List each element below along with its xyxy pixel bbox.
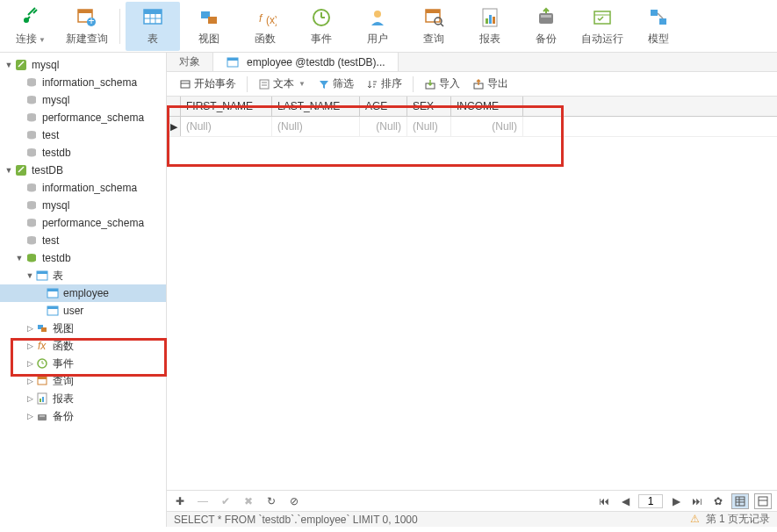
reports-folder[interactable]: ▷报表 — [0, 390, 166, 407]
delete-row-button[interactable]: — — [195, 493, 211, 509]
table-user[interactable]: ▶user — [0, 302, 166, 320]
query-button[interactable]: 查询 — [406, 2, 461, 51]
event-button[interactable]: 事件 — [294, 2, 349, 51]
svg-rect-76 — [736, 497, 745, 506]
table-employee[interactable]: ▶employee — [0, 284, 166, 302]
column-header[interactable]: AGE — [360, 97, 407, 116]
function-button[interactable]: f(x) 函数 — [238, 2, 292, 51]
db-item[interactable]: ▶information_schema — [0, 179, 166, 197]
next-page-button[interactable]: ▶ — [668, 493, 684, 509]
table-icon — [141, 5, 164, 30]
settings-button[interactable]: ✿ — [710, 493, 726, 509]
new-query-button[interactable]: + 新建查询 — [60, 2, 114, 51]
column-header[interactable]: FIRST_NAME — [181, 97, 272, 116]
db-item[interactable]: ▶mysql — [0, 197, 166, 214]
connection-icon — [14, 58, 28, 72]
tab-employee[interactable]: employee @testdb (testDB)... — [213, 53, 399, 71]
add-row-button[interactable]: ✚ — [172, 493, 188, 509]
tab-object[interactable]: 对象 — [167, 53, 213, 71]
page-input[interactable] — [638, 494, 663, 508]
column-header[interactable]: INCOME — [451, 97, 523, 116]
table-button[interactable]: 表 — [126, 2, 180, 51]
svg-rect-66 — [181, 81, 190, 88]
db-item[interactable]: ▶test — [0, 126, 166, 144]
sort-button[interactable]: 排序 — [361, 75, 407, 93]
svg-rect-26 — [539, 13, 553, 24]
grid-cell[interactable]: (Null) — [407, 117, 451, 136]
transaction-icon — [179, 78, 191, 90]
schedule-icon — [591, 5, 614, 30]
cancel-button[interactable]: ✖ — [241, 493, 256, 509]
data-toolbar: 开始事务 文本▼ 筛选 排序 导入 导出 — [167, 72, 777, 97]
refresh-button[interactable]: ↻ — [263, 493, 279, 509]
backup-button[interactable]: 备份 — [519, 2, 573, 51]
queries-folder[interactable]: ▷查询 — [0, 372, 166, 390]
caret-right-icon: ▷ — [25, 394, 35, 403]
stop-button[interactable]: ⊘ — [286, 493, 302, 509]
warning-icon: ⚠ — [690, 513, 700, 525]
views-folder[interactable]: ▷视图 — [0, 320, 166, 337]
svg-rect-61 — [42, 397, 44, 402]
svg-rect-48 — [47, 289, 58, 291]
db-item[interactable]: ▶testdb — [0, 144, 166, 162]
function-icon: fx — [35, 339, 49, 353]
last-page-button[interactable]: ⏭ — [689, 493, 705, 509]
view-button[interactable]: 视图 — [182, 2, 236, 51]
db-item[interactable]: ▶test — [0, 232, 166, 249]
column-header[interactable]: LAST_NAME — [272, 97, 360, 116]
first-page-button[interactable]: ⏮ — [596, 493, 612, 509]
grid-cell[interactable]: (Null) — [360, 117, 407, 136]
events-folder[interactable]: ▷事件 — [0, 355, 166, 372]
import-button[interactable]: 导入 — [419, 75, 465, 93]
model-icon — [647, 5, 670, 30]
view-icon — [198, 5, 220, 30]
db-testdb[interactable]: ▼testdb — [0, 249, 166, 267]
grid-row[interactable]: ▶ (Null) (Null) (Null) (Null) (Null) — [167, 117, 777, 137]
database-icon — [25, 181, 39, 195]
database-icon — [25, 128, 39, 142]
db-item[interactable]: ▶performance_schema — [0, 214, 166, 232]
db-item[interactable]: ▶performance_schema — [0, 109, 166, 126]
chevron-down-icon: ▼ — [39, 36, 46, 44]
model-button[interactable]: 模型 — [631, 2, 686, 51]
caret-down-icon: ▼ — [4, 166, 14, 175]
grid-cell[interactable]: (Null) — [181, 117, 272, 136]
grid-cell[interactable]: (Null) — [272, 117, 360, 136]
begin-transaction-button[interactable]: 开始事务 — [174, 75, 241, 93]
apply-button[interactable]: ✔ — [218, 493, 234, 509]
backups-folder[interactable]: ▷备份 — [0, 407, 166, 425]
grid-cell[interactable]: (Null) — [451, 117, 523, 136]
report-icon — [478, 5, 501, 30]
schedule-button[interactable]: 自动运行 — [575, 2, 630, 51]
table-icon — [46, 304, 60, 318]
svg-rect-80 — [759, 497, 767, 506]
clock-icon — [310, 5, 333, 30]
functions-folder[interactable]: ▷fx函数 — [0, 337, 166, 355]
grid-header: FIRST_NAME LAST_NAME AGE SEX INCOME — [167, 97, 777, 117]
table-icon — [46, 286, 60, 300]
report-button[interactable]: 报表 — [463, 2, 517, 51]
tables-folder[interactable]: ▼表 — [0, 267, 166, 284]
connection-icon — [14, 163, 28, 177]
grid-view-button[interactable] — [731, 493, 749, 509]
database-icon — [25, 75, 39, 90]
user-button[interactable]: 用户 — [350, 2, 405, 51]
db-item[interactable]: ▶information_schema — [0, 74, 166, 91]
svg-rect-50 — [47, 306, 58, 309]
database-icon — [25, 111, 39, 125]
db-item[interactable]: ▶mysql — [0, 91, 166, 109]
filter-button[interactable]: 筛选 — [313, 75, 359, 93]
text-button[interactable]: 文本▼ — [253, 75, 311, 93]
connect-button[interactable]: 连接▼ — [4, 2, 58, 51]
caret-down-icon: ▼ — [25, 271, 35, 280]
svg-point-0 — [24, 18, 29, 23]
form-view-button[interactable] — [754, 493, 772, 509]
connection-mysql[interactable]: ▼ mysql — [0, 56, 166, 74]
svg-rect-58 — [38, 377, 47, 379]
prev-page-button[interactable]: ◀ — [617, 493, 633, 509]
column-header[interactable]: SEX — [407, 97, 451, 116]
export-button[interactable]: 导出 — [467, 75, 514, 93]
connection-testdb[interactable]: ▼ testDB — [0, 162, 166, 179]
sort-icon — [366, 78, 378, 90]
svg-rect-23 — [486, 18, 488, 24]
